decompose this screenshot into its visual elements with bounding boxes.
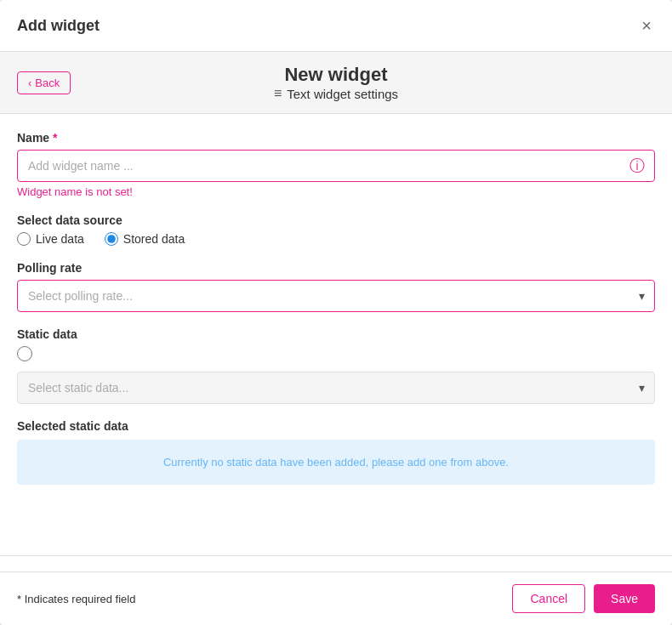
close-button[interactable]: × xyxy=(638,14,655,37)
footer-buttons: Cancel Save xyxy=(512,584,655,613)
back-label: Back xyxy=(35,77,60,89)
data-source-label: Select data source xyxy=(17,213,655,227)
required-note: * Indicates required field xyxy=(17,593,135,605)
live-data-option[interactable]: Live data xyxy=(17,232,84,246)
back-button[interactable]: ‹ Back xyxy=(17,71,71,94)
static-data-group: Static data Select static data... ▾ xyxy=(17,327,655,404)
stored-data-radio[interactable] xyxy=(105,232,118,246)
modal-header: Add widget × xyxy=(0,0,672,52)
list-icon: ≡ xyxy=(274,86,282,101)
data-source-group: Select data source Live data Stored data xyxy=(17,213,655,246)
live-data-radio[interactable] xyxy=(17,232,31,246)
modal-body: Name * ⓘ Widget name is not set! Select … xyxy=(0,114,672,548)
static-data-radio-wrapper xyxy=(17,346,655,365)
no-static-data-message: Currently no static data have been added… xyxy=(17,440,655,485)
name-label-text: Name xyxy=(17,131,49,145)
widget-name-title: New widget xyxy=(17,64,655,86)
modal-title: Add widget xyxy=(17,17,100,35)
footer-divider xyxy=(0,555,672,556)
static-data-label: Static data xyxy=(17,327,655,341)
input-error-icon: ⓘ xyxy=(629,156,645,176)
name-field-group: Name * ⓘ Widget name is not set! xyxy=(17,131,655,198)
add-widget-modal: Add widget × ‹ Back New widget ≡ Text wi… xyxy=(0,0,672,625)
widget-settings-subtitle: ≡ Text widget settings xyxy=(17,86,655,101)
static-data-select-wrapper: Select static data... ▾ xyxy=(17,372,655,404)
polling-rate-select-wrapper: Select polling rate... ▾ xyxy=(17,280,655,312)
selected-static-data-group: Selected static data Currently no static… xyxy=(17,419,655,485)
static-data-select[interactable]: Select static data... xyxy=(17,372,655,404)
selected-static-data-label: Selected static data xyxy=(17,419,655,433)
subheader-center: New widget ≡ Text widget settings xyxy=(17,64,655,101)
widget-settings-label: Text widget settings xyxy=(287,87,398,101)
name-input[interactable] xyxy=(17,150,655,182)
live-data-label: Live data xyxy=(36,232,84,246)
name-label: Name * xyxy=(17,131,655,145)
modal-subheader: ‹ Back New widget ≡ Text widget settings xyxy=(0,52,672,114)
stored-data-label: Stored data xyxy=(123,232,185,246)
static-data-radio[interactable] xyxy=(17,346,32,361)
save-button[interactable]: Save xyxy=(594,584,655,613)
polling-rate-group: Polling rate Select polling rate... ▾ xyxy=(17,261,655,312)
cancel-button[interactable]: Cancel xyxy=(512,584,585,613)
name-input-wrapper: ⓘ xyxy=(17,150,655,182)
data-source-radio-group: Live data Stored data xyxy=(17,232,655,246)
polling-rate-label: Polling rate xyxy=(17,261,655,275)
back-chevron-icon: ‹ xyxy=(28,77,31,89)
stored-data-option[interactable]: Stored data xyxy=(105,232,185,246)
name-required-star: * xyxy=(53,131,57,145)
polling-rate-select[interactable]: Select polling rate... xyxy=(17,280,655,312)
modal-footer: * Indicates required field Cancel Save xyxy=(0,571,672,625)
name-error-text: Widget name is not set! xyxy=(17,185,655,198)
